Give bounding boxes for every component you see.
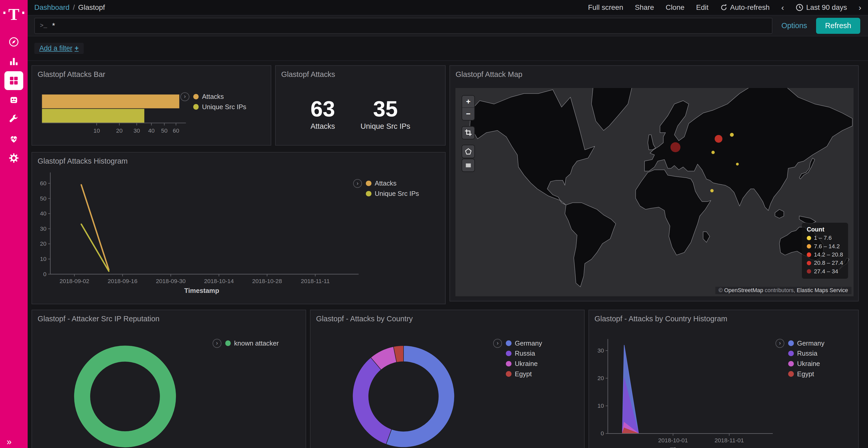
svg-text:60: 60 [40, 180, 46, 186]
legend-toggle-icon[interactable]: › [493, 339, 502, 348]
polygon-tool-button[interactable] [462, 145, 474, 158]
metric-label: Attacks [311, 122, 335, 131]
legend-label: Germany [515, 340, 542, 347]
plus-icon: + [75, 44, 79, 53]
sidebar-item-discover[interactable] [4, 33, 23, 51]
dashboard-grid: Glastopf Attacks Bar 102030405060 ›Attac… [28, 61, 868, 448]
share-button[interactable]: Share [635, 3, 654, 12]
metric-attacks: 63 Attacks [311, 98, 335, 131]
panel-title: Glastopf - Attacks by Country Histogram [594, 315, 727, 323]
time-forward-chevron-icon[interactable]: › [859, 3, 862, 12]
sidebar-item-monitoring[interactable] [4, 129, 23, 148]
metric-value: 35 [361, 98, 410, 120]
world-map[interactable]: + − [456, 88, 854, 297]
metric-unique-src-ips: 35 Unique Src IPs [361, 98, 410, 131]
breadcrumb-dashboard-link[interactable]: Dashboard [34, 3, 69, 12]
bar-chart-icon [8, 56, 20, 67]
legend-item[interactable]: Attacks [193, 93, 246, 100]
legend-label: Ukraine [515, 360, 538, 368]
legend-item[interactable]: Egypt [788, 370, 824, 378]
legend-color-dot [366, 191, 371, 196]
map-legend-label: 20.8 – 27.4 [814, 260, 843, 266]
legend-item[interactable]: Germany [788, 340, 824, 347]
filter-bar: Add a filter + [28, 36, 868, 61]
svg-text:20: 20 [116, 128, 123, 134]
dashboard-grid-icon [8, 75, 20, 86]
legend-toggle-icon[interactable]: › [776, 339, 784, 348]
svg-text:50: 50 [161, 128, 168, 134]
edit-button[interactable]: Edit [696, 3, 709, 12]
legend-item[interactable]: Attacks [366, 180, 419, 187]
sidebar-item-dashboard[interactable] [4, 71, 23, 90]
rectangle-tool-button[interactable] [462, 159, 474, 171]
legend-color-dot [788, 351, 794, 356]
time-picker-button[interactable]: Last 90 days [796, 3, 847, 12]
osm-link[interactable]: OpenStreetMap [724, 287, 763, 294]
crop-tool-button[interactable] [462, 127, 474, 139]
ems-link[interactable]: Elastic Maps Service [797, 287, 848, 294]
legend-toggle-icon[interactable]: › [180, 92, 189, 101]
sidebar-item-dev-tools[interactable] [4, 110, 23, 129]
legend-label: Unique Src IPs [375, 190, 419, 198]
wrench-icon [8, 114, 20, 125]
map-legend-item: 1 – 7.6 [807, 235, 843, 241]
legend-item[interactable]: Russia [506, 350, 542, 357]
zoom-in-button[interactable]: + [462, 96, 474, 108]
console-prompt-icon: >_ [40, 22, 47, 29]
legend-color-dot [807, 269, 811, 274]
svg-text:Timestamp: Timestamp [670, 446, 705, 448]
sidebar-item-visualize[interactable] [4, 52, 23, 71]
svg-text:2018-11-01: 2018-11-01 [715, 437, 744, 444]
attacks-line-chart: 01020304050602018-09-022018-09-162018-09… [32, 152, 446, 302]
legend-item[interactable]: known attacker [225, 340, 279, 347]
refresh-button[interactable]: Refresh [816, 18, 860, 34]
legend-label: Germany [797, 340, 825, 347]
map-legend-label: 7.6 – 14.2 [814, 243, 840, 250]
full-screen-button[interactable]: Full screen [588, 3, 623, 12]
add-filter-link[interactable]: Add a filter + [34, 43, 84, 54]
chart-legend: ›AttacksUnique Src IPs [180, 92, 246, 111]
time-back-chevron-icon[interactable]: ‹ [781, 3, 784, 12]
svg-text:40: 40 [40, 211, 46, 217]
legend-toggle-icon[interactable]: › [213, 339, 221, 348]
legend-item[interactable]: Ukraine [788, 360, 824, 368]
map-count-legend: Count 1 – 7.67.6 – 14.214.2 – 20.820.8 –… [802, 223, 848, 279]
svg-text:40: 40 [148, 128, 155, 134]
map-legend-items: 1 – 7.67.6 – 14.214.2 – 20.820.8 – 27.42… [807, 235, 843, 275]
legend-items: known attacker [225, 340, 279, 347]
clone-button[interactable]: Clone [666, 3, 685, 12]
legend-item[interactable]: Egypt [506, 370, 542, 378]
sidebar-item-sentinl[interactable] [4, 91, 23, 109]
svg-text:2018-09-30: 2018-09-30 [156, 278, 186, 284]
legend-color-dot [807, 252, 811, 257]
legend-label: Ukraine [797, 360, 820, 368]
options-link[interactable]: Options [781, 22, 807, 30]
compass-icon [8, 36, 20, 47]
chart-legend: ›AttacksUnique Src IPs [353, 179, 419, 198]
panel-attacks-histogram: Glastopf Attacks Histogram 0102030405060… [32, 152, 445, 304]
auto-refresh-button[interactable]: Auto-refresh [720, 3, 770, 12]
sidebar-collapse-icon[interactable]: » [7, 437, 11, 447]
legend-item[interactable]: Unique Src IPs [366, 190, 419, 198]
legend-item[interactable]: Germany [506, 340, 542, 347]
legend-items: AttacksUnique Src IPs [366, 180, 419, 198]
ip-reputation-donut-chart [32, 310, 307, 448]
legend-toggle-icon[interactable]: › [353, 179, 362, 188]
breadcrumb-bar: Dashboard / Glastopf Full screen Share C… [28, 0, 868, 15]
gear-icon [8, 152, 20, 164]
legend-item[interactable]: Russia [788, 350, 824, 357]
country-donut-chart [311, 310, 585, 448]
legend-label: known attacker [234, 340, 279, 347]
sidebar-item-management[interactable] [4, 149, 23, 168]
legend-item[interactable]: Unique Src IPs [193, 103, 246, 111]
svg-text:10: 10 [94, 128, 100, 134]
chart-legend: ›GermanyRussiaUkraineEgypt [493, 339, 542, 378]
panel-title: Glastopf Attacks Bar [38, 70, 105, 79]
legend-item[interactable]: Ukraine [506, 360, 542, 368]
svg-text:50: 50 [40, 195, 46, 202]
panel-ip-reputation: Glastopf - Attacker Src IP Reputation ›k… [32, 310, 306, 448]
zoom-out-button[interactable]: − [462, 108, 474, 120]
search-input[interactable]: >_ * [34, 18, 773, 34]
map-legend-item: 20.8 – 27.4 [807, 260, 843, 266]
svg-text:2018-10-01: 2018-10-01 [658, 437, 688, 444]
